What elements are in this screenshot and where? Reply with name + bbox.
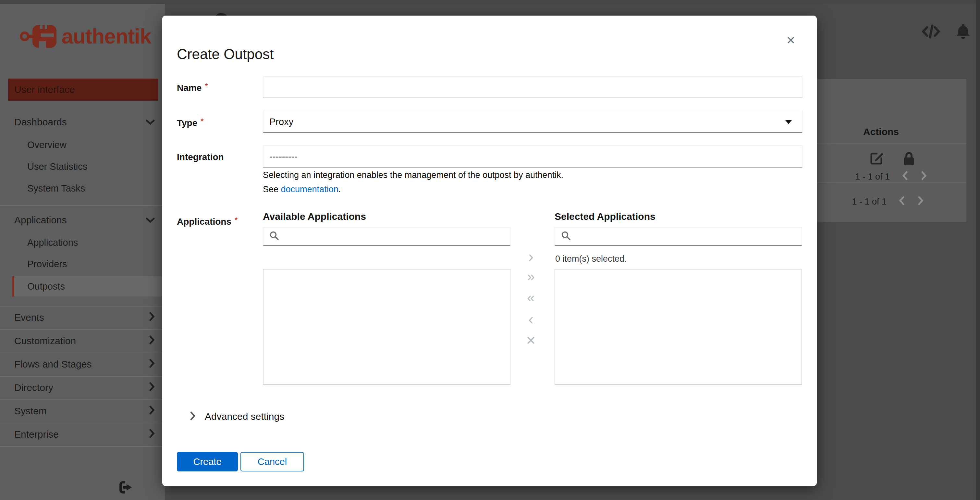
sidebar-group-applications[interactable]: Applications bbox=[0, 211, 165, 229]
sidebar-divider bbox=[0, 423, 165, 424]
available-applications-listbox[interactable] bbox=[263, 269, 511, 385]
pagination-bottom: 1 - 1 of 1 bbox=[852, 196, 924, 208]
documentation-link[interactable]: documentation bbox=[281, 185, 339, 194]
table-row bbox=[870, 151, 915, 167]
advanced-settings-toggle[interactable]: Advanced settings bbox=[190, 411, 284, 422]
sidebar-group-flows-and-stages[interactable]: Flows and Stages bbox=[0, 355, 165, 374]
scrollbar-strip bbox=[976, 0, 980, 500]
required-asterisk: * bbox=[205, 82, 208, 91]
modal-title: Create Outpost bbox=[177, 46, 274, 62]
pagination-prev-icon[interactable] bbox=[902, 171, 908, 183]
pagination-next-icon[interactable] bbox=[920, 171, 928, 183]
available-search-input[interactable] bbox=[284, 228, 510, 245]
caret-down-icon bbox=[785, 120, 792, 124]
chevron-right-icon bbox=[149, 312, 155, 324]
available-applications-title: Available Applications bbox=[263, 211, 366, 222]
sidebar-item-system-tasks[interactable]: System Tasks bbox=[0, 179, 165, 197]
code-icon[interactable] bbox=[921, 24, 940, 40]
search-icon bbox=[269, 231, 279, 242]
chevron-down-icon bbox=[145, 116, 155, 127]
sidebar-item-applications[interactable]: Applications bbox=[0, 233, 165, 252]
chevron-right-icon bbox=[149, 405, 155, 417]
integration-select[interactable]: --------- bbox=[263, 145, 802, 167]
window-top-strip bbox=[0, 0, 980, 4]
create-button[interactable]: Create bbox=[177, 452, 238, 471]
sidebar-divider bbox=[0, 306, 165, 306]
pagination-bottom-text: 1 - 1 of 1 bbox=[852, 197, 886, 207]
authentik-logo-mark bbox=[20, 24, 59, 49]
sidebar-group-dashboards[interactable]: Dashboards bbox=[0, 113, 165, 132]
chevron-right-icon bbox=[149, 335, 155, 347]
authentik-logo: authentik bbox=[20, 23, 151, 50]
selected-applications-title: Selected Applications bbox=[555, 211, 655, 222]
selected-applications-listbox[interactable] bbox=[555, 269, 802, 385]
required-asterisk: * bbox=[235, 216, 237, 225]
integration-label: Integration bbox=[177, 152, 224, 162]
search-icon bbox=[561, 231, 571, 242]
authentik-logo-text: authentik bbox=[62, 24, 151, 48]
integration-help-text: Selecting an integration enables the man… bbox=[263, 170, 563, 180]
sidebar-divider bbox=[0, 205, 165, 206]
sidebar-section-user-interface[interactable]: User interface bbox=[8, 78, 158, 101]
sidebar-group-directory[interactable]: Directory bbox=[0, 378, 165, 397]
sidebar-divider bbox=[0, 329, 165, 330]
name-label: Name* bbox=[177, 82, 208, 93]
cancel-button[interactable]: Cancel bbox=[240, 452, 304, 471]
sidebar-divider bbox=[0, 446, 165, 447]
chevron-right-icon bbox=[149, 382, 155, 394]
sidebar-group-system[interactable]: System bbox=[0, 401, 165, 420]
sidebar: authentik User interface Dashboards Over… bbox=[0, 4, 165, 500]
pagination-next-icon[interactable] bbox=[917, 196, 924, 208]
edit-icon[interactable] bbox=[870, 151, 884, 167]
type-select[interactable]: Proxy bbox=[263, 111, 802, 133]
type-select-value: Proxy bbox=[269, 116, 293, 127]
sidebar-group-events[interactable]: Events bbox=[0, 308, 165, 327]
applications-label: Applications* bbox=[177, 216, 237, 227]
sidebar-divider bbox=[0, 399, 165, 400]
create-outpost-modal: Create Outpost ✕ Name* Type* Proxy Integ… bbox=[162, 16, 817, 486]
pagination-prev-icon[interactable] bbox=[898, 196, 905, 208]
selected-search-input[interactable] bbox=[575, 228, 802, 245]
available-search[interactable] bbox=[263, 227, 511, 246]
bell-icon[interactable] bbox=[956, 23, 970, 40]
sidebar-item-outposts[interactable]: Outposts bbox=[12, 276, 165, 296]
name-field[interactable] bbox=[263, 76, 802, 97]
selected-count-text: 0 item(s) selected. bbox=[555, 254, 627, 264]
sidebar-item-providers[interactable]: Providers bbox=[0, 255, 165, 273]
required-asterisk: * bbox=[200, 117, 204, 126]
pagination-top-text: 1 - 1 of 1 bbox=[855, 172, 890, 182]
remove-selected-icon[interactable]: ‹ bbox=[519, 311, 542, 327]
chevron-right-icon bbox=[190, 411, 196, 422]
close-icon[interactable]: ✕ bbox=[783, 32, 799, 48]
integration-help-line2: See documentation. bbox=[263, 185, 341, 194]
selected-search[interactable] bbox=[555, 227, 802, 246]
actions-column-header: Actions bbox=[863, 126, 899, 137]
chevron-right-icon bbox=[149, 358, 155, 371]
sidebar-item-overview[interactable]: Overview bbox=[0, 136, 165, 154]
clear-selection-icon[interactable]: ✕ bbox=[519, 334, 542, 347]
chevron-down-icon bbox=[145, 215, 155, 226]
sidebar-divider bbox=[0, 376, 165, 377]
sidebar-group-enterprise[interactable]: Enterprise bbox=[0, 425, 165, 444]
integration-select-value: --------- bbox=[269, 151, 298, 162]
add-selected-icon[interactable]: › bbox=[519, 249, 542, 264]
type-label: Type* bbox=[177, 117, 204, 128]
remove-all-icon[interactable]: « bbox=[519, 291, 542, 304]
sign-out-icon[interactable] bbox=[118, 481, 133, 495]
pagination-top: 1 - 1 of 1 bbox=[855, 171, 928, 183]
sidebar-divider bbox=[0, 353, 165, 353]
lock-icon[interactable] bbox=[903, 151, 915, 167]
sidebar-group-customization[interactable]: Customization bbox=[0, 331, 165, 350]
chevron-right-icon bbox=[149, 428, 155, 441]
sidebar-item-user-statistics[interactable]: User Statistics bbox=[0, 158, 165, 176]
add-all-icon[interactable]: » bbox=[519, 270, 542, 283]
